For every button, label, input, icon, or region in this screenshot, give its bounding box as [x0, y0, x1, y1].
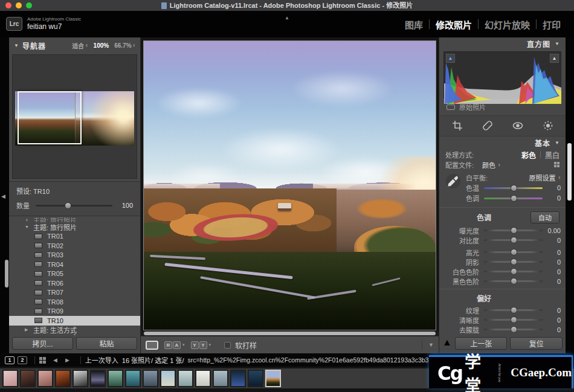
slider-value[interactable]: 0 — [543, 316, 561, 324]
main-photo[interactable] — [143, 40, 436, 330]
reference-view-button[interactable]: R A ▾ — [164, 341, 185, 349]
preset-item-tr04[interactable]: TR04 — [9, 260, 140, 269]
temp-slider-handle[interactable] — [511, 185, 517, 191]
horizontal-scrollbar-thumb[interactable] — [144, 332, 436, 335]
back-arrow-icon[interactable]: ◄ — [52, 356, 59, 364]
preset-item-tr03[interactable]: TR03 — [9, 251, 140, 260]
chevron-down-icon[interactable]: ▼ — [555, 140, 559, 146]
highlights-slider-track[interactable] — [484, 251, 543, 253]
chevron-down-icon[interactable]: ▼ — [555, 41, 559, 47]
filmstrip-thumb[interactable] — [108, 370, 123, 387]
filmstrip-thumb[interactable] — [230, 370, 246, 387]
preset-group-travel[interactable]: ▼ 主题: 旅行照片 — [9, 222, 140, 232]
dehaze-slider-handle[interactable] — [511, 326, 517, 333]
filmstrip-thumb[interactable] — [90, 370, 106, 387]
slider-value[interactable]: 0 — [543, 237, 561, 244]
filmstrip-thumb[interactable] — [73, 370, 88, 387]
horizontal-scrollbar[interactable] — [141, 331, 439, 336]
original-photo-row[interactable]: 原始照片 — [439, 102, 566, 115]
filmstrip-thumb[interactable] — [20, 370, 36, 387]
slider-value[interactable]: 0 — [543, 194, 561, 202]
module-slideshow[interactable]: 幻灯片放映 — [479, 18, 536, 31]
panel-resize-nub-icon[interactable]: ▲ — [73, 332, 77, 336]
slider-value[interactable]: 0 — [543, 259, 561, 266]
slider-value[interactable]: 0 — [543, 278, 561, 285]
auto-button[interactable]: 自动 — [530, 211, 559, 223]
tint-slider-handle[interactable] — [511, 195, 517, 202]
preset-item-tr08[interactable]: TR08 — [9, 297, 140, 307]
amount-value[interactable]: 100 — [112, 202, 133, 209]
filmstrip-thumb[interactable] — [125, 370, 141, 387]
healing-tool-icon[interactable] — [481, 120, 494, 132]
chevron-down-icon[interactable]: ▾ — [209, 342, 211, 347]
filmstrip-thumb[interactable] — [213, 370, 228, 387]
histogram-chart[interactable]: ▲ ▲ — [443, 51, 561, 98]
slider-value[interactable]: 0 — [543, 184, 561, 191]
tint-slider-track[interactable] — [484, 198, 543, 199]
shadows-slider-handle[interactable] — [511, 259, 517, 265]
filmstrip-thumb[interactable] — [195, 370, 211, 387]
masking-tool-icon[interactable] — [541, 120, 555, 132]
whites-slider-handle[interactable] — [511, 268, 517, 275]
zoom-fit-option[interactable]: 适合▲▼ — [72, 41, 88, 50]
right-scrollbar-thumb[interactable] — [567, 143, 572, 201]
slider-value[interactable]: 0 — [543, 249, 561, 256]
white-balance-select[interactable]: 原照设置▲▼ — [529, 173, 561, 182]
copy-button[interactable]: 拷贝... — [12, 337, 73, 350]
source-label[interactable]: 上一次导入 — [85, 355, 118, 365]
collapse-top-panel-icon[interactable]: ▲ — [285, 15, 289, 21]
dehaze-slider-track[interactable] — [484, 329, 543, 330]
forward-arrow-icon[interactable]: ► — [64, 356, 71, 364]
primary-monitor-button[interactable]: 1 — [5, 356, 15, 364]
red-eye-tool-icon[interactable] — [511, 120, 524, 132]
profile-browser-icon[interactable] — [554, 162, 559, 167]
navigator-view-rectangle[interactable] — [18, 91, 82, 144]
shadow-clipping-indicator[interactable]: ▲ — [446, 54, 455, 63]
filmstrip-thumb[interactable] — [55, 370, 71, 387]
panel-resize-nub-icon[interactable]: ▲ — [442, 337, 452, 350]
filmstrip-thumb[interactable] — [2, 370, 18, 387]
preset-item-tr05[interactable]: TR05 — [9, 269, 140, 279]
module-develop[interactable]: 修改照片 — [430, 18, 478, 31]
navigator-header[interactable]: ▼ 导航器 适合▲▼ 100% 66.7%▲▼ — [9, 37, 140, 53]
collapse-left-panel-icon[interactable]: ◀ — [1, 193, 5, 199]
profile-select[interactable]: 颜色▲▼ — [482, 160, 500, 170]
clarity-slider-track[interactable] — [484, 319, 543, 321]
chevron-down-icon[interactable]: ▼ — [14, 43, 19, 48]
exposure-slider-handle[interactable] — [511, 227, 517, 234]
preset-item-tr09[interactable]: TR09 — [9, 307, 140, 316]
secondary-monitor-button[interactable]: 2 — [18, 356, 27, 364]
filmstrip-thumb[interactable] — [160, 370, 176, 387]
histogram-header[interactable]: 直方图 ▼ — [439, 37, 566, 50]
filmstrip-thumb[interactable] — [143, 370, 158, 387]
texture-slider-track[interactable] — [484, 309, 543, 311]
clarity-slider-handle[interactable] — [511, 316, 517, 323]
contrast-slider-track[interactable] — [484, 239, 543, 241]
blacks-slider-handle[interactable] — [511, 278, 517, 284]
amount-slider-handle[interactable] — [65, 202, 71, 209]
filmstrip-thumb[interactable] — [37, 370, 53, 387]
basic-panel-header[interactable]: 基本 ▼ — [439, 137, 566, 149]
zoom-custom-option[interactable]: 66.7%▲▼ — [114, 42, 135, 49]
whites-slider-track[interactable] — [484, 271, 543, 272]
texture-slider-handle[interactable] — [511, 307, 517, 313]
module-library[interactable]: 图库 — [399, 18, 429, 31]
shadows-slider-track[interactable] — [484, 261, 543, 263]
reset-button[interactable]: 复位 — [510, 337, 563, 350]
chevron-down-icon[interactable]: ▼ — [25, 225, 30, 229]
slider-value[interactable]: 0 — [543, 326, 561, 333]
chevron-down-icon[interactable]: ▾ — [182, 342, 185, 347]
filmstrip-thumb[interactable] — [248, 370, 263, 387]
slider-value[interactable]: 0 — [543, 307, 561, 314]
exposure-slider-track[interactable] — [484, 230, 543, 231]
filmstrip-thumb[interactable] — [178, 370, 193, 387]
contrast-slider-handle[interactable] — [511, 237, 517, 243]
paste-button[interactable]: 粘贴 — [76, 337, 137, 350]
preset-item-tr06[interactable]: TR06 — [9, 278, 140, 288]
before-after-view-button[interactable]: Y Y ▾ — [191, 341, 211, 349]
amount-slider-track[interactable] — [36, 205, 112, 207]
treatment-color-option[interactable]: 彩色 — [521, 150, 536, 160]
blacks-slider-track[interactable] — [484, 280, 543, 282]
preset-item-tr01[interactable]: TR01 — [9, 232, 140, 242]
module-print[interactable]: 打印 — [537, 18, 567, 31]
